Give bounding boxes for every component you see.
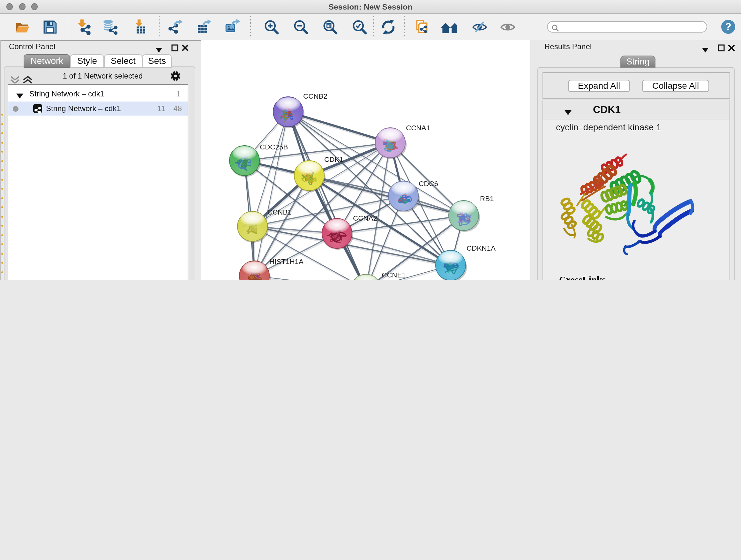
svg-text:HIST1H1A: HIST1H1A bbox=[269, 258, 304, 266]
svg-text:CCNE1: CCNE1 bbox=[382, 271, 406, 279]
svg-text:CCNB1: CCNB1 bbox=[267, 208, 292, 216]
svg-text:CDC25B: CDC25B bbox=[260, 143, 288, 151]
svg-text:CCNB2: CCNB2 bbox=[303, 92, 327, 100]
svg-text:CDK1: CDK1 bbox=[324, 155, 343, 164]
svg-text:CCNA1: CCNA1 bbox=[406, 124, 430, 132]
svg-text:CDC6: CDC6 bbox=[419, 180, 438, 188]
svg-text:CCNA2: CCNA2 bbox=[353, 214, 377, 222]
svg-text:CDKN1A: CDKN1A bbox=[467, 244, 495, 252]
svg-text:RB1: RB1 bbox=[480, 195, 494, 203]
